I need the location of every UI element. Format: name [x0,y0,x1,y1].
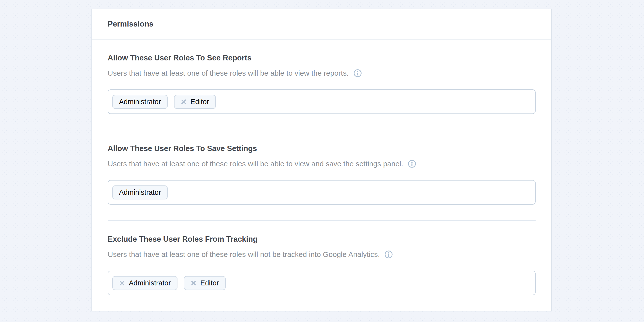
remove-tag-icon[interactable] [119,280,125,286]
section-heading: Allow These User Roles To Save Settings [108,144,536,153]
role-tag[interactable]: Administrator [112,185,168,199]
permissions-panel: Permissions Allow These User Roles To Se… [92,8,552,312]
role-tag[interactable]: Administrator [112,276,178,290]
info-icon[interactable] [384,250,393,259]
role-select-field[interactable]: Administrator Editor [108,89,536,114]
section-heading: Exclude These User Roles From Tracking [108,235,536,244]
role-tag-label: Editor [200,279,219,287]
role-select-field[interactable]: Administrator [108,180,536,205]
section-description: Users that have at least one of these ro… [108,250,380,259]
permission-section: Allow These User Roles To Save Settings … [108,130,536,221]
role-tag[interactable]: Administrator [112,95,168,109]
role-tag[interactable]: Editor [184,276,226,290]
permission-section: Exclude These User Roles From Tracking U… [108,221,536,311]
section-heading: Allow These User Roles To See Reports [108,53,536,62]
section-description: Users that have at least one of these ro… [108,69,349,78]
remove-tag-icon[interactable] [181,99,187,105]
info-icon[interactable] [354,69,362,77]
remove-tag-icon[interactable] [190,280,197,286]
role-tag-label: Administrator [119,98,161,106]
role-tag-label: Editor [190,98,209,106]
role-tag[interactable]: Editor [174,95,216,109]
role-tag-label: Administrator [119,188,161,197]
panel-body: Allow These User Roles To See Reports Us… [92,39,551,311]
role-tag-label: Administrator [129,279,171,287]
permission-section: Allow These User Roles To See Reports Us… [108,39,536,130]
info-icon[interactable] [408,160,416,168]
role-select-field[interactable]: Administrator Editor [108,271,536,295]
panel-header: Permissions [92,9,551,39]
panel-title: Permissions [108,20,154,28]
section-description: Users that have at least one of these ro… [108,159,403,168]
settings-page: Permissions Allow These User Roles To Se… [0,0,644,322]
